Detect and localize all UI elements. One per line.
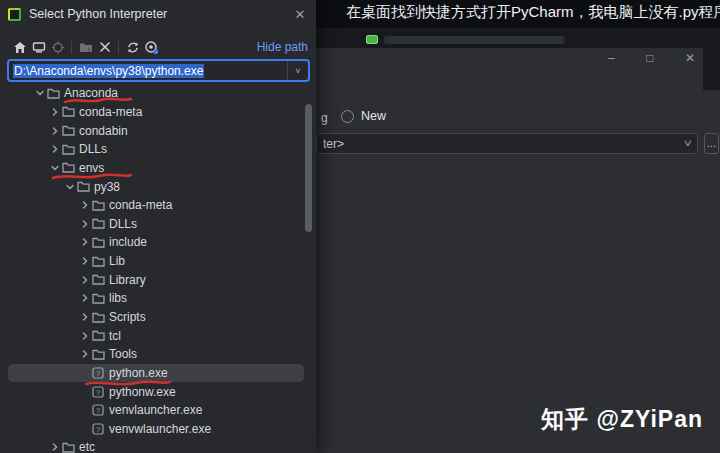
new-folder-icon (76, 39, 95, 55)
tree-row-label: venvlauncher.exe (109, 404, 202, 416)
tree-row-tools[interactable]: Tools (0, 345, 316, 364)
selected-path-text: D:\Anaconda\envs\py38\python.exe (13, 64, 204, 78)
window-controls: – □ ✕ (600, 48, 703, 68)
folder-icon (91, 329, 105, 342)
tree-row-label: include (109, 236, 147, 248)
new-radio-label: New (361, 109, 386, 123)
folder-icon (61, 441, 75, 453)
tree-row-tcl[interactable]: tcl (0, 326, 316, 345)
tree-row-label: DLLs (109, 218, 137, 230)
folder-icon (46, 87, 60, 100)
tree-row-pythonw-exe[interactable]: ?pythonw.exe (0, 382, 316, 401)
chevron-placeholder (78, 386, 91, 398)
tree-row-include[interactable]: include (0, 233, 316, 252)
tree-row-label: etc (79, 441, 95, 453)
pycharm-icon (8, 8, 21, 21)
tree-row-library[interactable]: Library (0, 270, 316, 289)
home-icon[interactable] (10, 39, 29, 55)
tree-row-venvwlauncher-exe[interactable]: ?venvwlauncher.exe (0, 420, 316, 439)
tree-row-label: tcl (109, 330, 121, 342)
folder-icon (91, 255, 105, 268)
folder-icon (91, 273, 105, 286)
toolbar-separator (118, 41, 119, 54)
folder-icon (76, 180, 90, 193)
backdrop-notch (703, 48, 720, 90)
tree-row-py38[interactable]: py38 (0, 177, 316, 196)
exe-file-icon: ? (91, 366, 105, 379)
tree-row-label: DLLs (79, 143, 107, 155)
chevron-collapsed-icon[interactable] (78, 236, 91, 248)
tree-row-dlls[interactable]: DLLs (0, 140, 316, 159)
tree-row-conda-meta[interactable]: conda-meta (0, 196, 316, 215)
tree-row-label: venvwlauncher.exe (109, 423, 211, 435)
tree-row-libs[interactable]: libs (0, 289, 316, 308)
chevron-collapsed-icon[interactable] (78, 292, 91, 304)
chevron-collapsed-icon[interactable] (78, 199, 91, 211)
tree-row-label: python.exe (109, 367, 168, 379)
chevron-collapsed-icon[interactable] (78, 255, 91, 267)
chevron-collapsed-icon[interactable] (78, 311, 91, 323)
minimize-icon[interactable]: – (608, 52, 615, 64)
tree-row-label: libs (109, 292, 127, 304)
faint-window-title (384, 36, 564, 44)
tutorial-caption: 在桌面找到快捷方式打开PyCharm，我电脑上没有.py程序，我这里 (346, 3, 720, 25)
dialog-titlebar[interactable]: Select Python Interpreter ✕ (0, 0, 316, 28)
chevron-collapsed-icon[interactable] (48, 106, 61, 118)
tree-row-venvlauncher-exe[interactable]: ?venvlauncher.exe (0, 401, 316, 420)
tree-row-python-exe[interactable]: ?python.exe (8, 364, 304, 383)
folder-icon (61, 105, 75, 118)
folder-icon (91, 292, 105, 305)
svg-text:?: ? (96, 424, 100, 433)
chevron-expanded-icon[interactable] (48, 162, 61, 174)
folder-icon (61, 161, 75, 174)
desktop-icon[interactable] (29, 39, 48, 55)
exe-file-icon: ? (91, 385, 105, 398)
interpreter-combo[interactable]: ter> ˅ (316, 133, 698, 154)
close-icon[interactable]: ✕ (685, 52, 695, 64)
tree-row-anaconda[interactable]: Anaconda (0, 84, 316, 103)
refresh-icon[interactable] (123, 39, 142, 55)
tree-row-lib[interactable]: Lib (0, 252, 316, 271)
pycharm-mini-green-icon (366, 35, 378, 44)
tree-row-label: Scripts (109, 311, 146, 323)
tree-row-label: condabin (79, 125, 128, 137)
file-tree: Anacondaconda-metacondabinDLLsenvspy38co… (0, 84, 316, 453)
chevron-expanded-icon[interactable] (33, 87, 46, 99)
folder-icon (91, 199, 105, 212)
new-interpreter-radio[interactable]: New (341, 109, 386, 123)
tree-row-etc[interactable]: etc (0, 438, 316, 453)
chevron-collapsed-icon[interactable] (78, 218, 91, 230)
browse-button[interactable]: … (704, 133, 719, 154)
chevron-collapsed-icon[interactable] (48, 441, 61, 453)
delete-icon[interactable] (95, 39, 114, 55)
chevron-collapsed-icon[interactable] (48, 143, 61, 155)
tree-row-conda-meta[interactable]: conda-meta (0, 103, 316, 122)
chevron-collapsed-icon[interactable] (78, 274, 91, 286)
maximize-icon[interactable]: □ (646, 52, 653, 64)
chevron-collapsed-icon[interactable] (78, 348, 91, 360)
tree-row-label: envs (79, 162, 104, 174)
interpreter-path-field[interactable]: D:\Anaconda\envs\py38\python.exe ˅ (7, 59, 310, 82)
folder-icon (61, 124, 75, 137)
tree-row-envs[interactable]: envs (0, 159, 316, 178)
interpreter-path-value[interactable]: D:\Anaconda\envs\py38\python.exe (9, 64, 287, 78)
chevron-collapsed-icon[interactable] (48, 125, 61, 137)
path-dropdown-button[interactable]: ˅ (287, 61, 308, 80)
tree-row-condabin[interactable]: condabin (0, 121, 316, 140)
tree-row-scripts[interactable]: Scripts (0, 308, 316, 327)
tree-row-dlls[interactable]: DLLs (0, 214, 316, 233)
exe-file-icon: ? (91, 404, 105, 417)
tree-scrollbar-thumb[interactable] (305, 104, 312, 232)
screenshot-root: 在桌面找到快捷方式打开PyCharm，我电脑上没有.py程序，我这里 – □ ✕… (0, 0, 720, 453)
dialog-close-icon[interactable]: ✕ (290, 4, 310, 24)
hide-path-link[interactable]: Hide path (257, 40, 308, 54)
show-hidden-icon[interactable] (142, 39, 161, 55)
tree-row-label: Anaconda (64, 87, 118, 99)
chevron-collapsed-icon[interactable] (78, 330, 91, 342)
chevron-down-icon[interactable]: ˅ (684, 138, 692, 149)
chevron-expanded-icon[interactable] (63, 181, 76, 193)
radio-circle-icon[interactable] (341, 110, 354, 123)
chevron-placeholder (78, 423, 91, 435)
toolbar-separator (71, 41, 72, 54)
tree-row-label: conda-meta (79, 106, 142, 118)
